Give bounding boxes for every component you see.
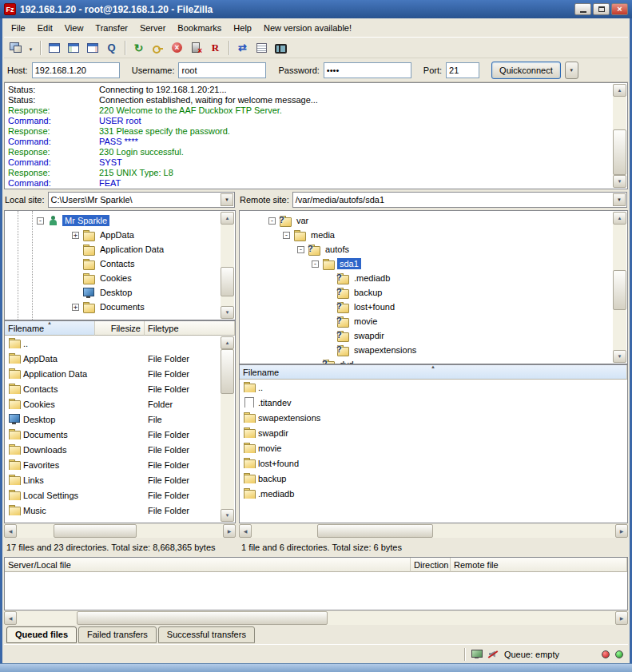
- tree-item-application-data[interactable]: Application Data: [5, 242, 235, 256]
- scroll-thumb[interactable]: [317, 524, 434, 538]
- monitor-icon[interactable]: [471, 650, 483, 658]
- scroll-left-button[interactable]: [4, 524, 17, 538]
- tree-item-movie[interactable]: movie: [240, 314, 627, 328]
- expand-icon[interactable]: [72, 232, 79, 239]
- file-row[interactable]: ..: [240, 380, 627, 395]
- cancel-button[interactable]: [168, 39, 186, 57]
- scroll-right-button[interactable]: [615, 524, 628, 538]
- message-log[interactable]: Status:Connecting to 192.168.1.20:21... …: [4, 82, 628, 189]
- scroll-down-button[interactable]: [221, 509, 234, 522]
- menu-bookmarks[interactable]: Bookmarks: [172, 20, 227, 36]
- log-scrollbar[interactable]: [613, 84, 626, 188]
- scroll-thumb[interactable]: [77, 611, 328, 625]
- tree-item-mr-sparkle[interactable]: Mr Sparkle: [5, 213, 235, 228]
- tab-queued-files[interactable]: Queued files: [6, 626, 77, 643]
- remote-file-list[interactable]: .. .titandev swapextensions swapdir movi…: [239, 380, 628, 523]
- synchronized-browsing-button[interactable]: [233, 39, 252, 57]
- find-button[interactable]: [272, 39, 290, 57]
- scroll-right-button[interactable]: [615, 611, 628, 625]
- menu-edit[interactable]: Edit: [32, 20, 58, 36]
- queue-list[interactable]: [4, 572, 628, 610]
- file-row[interactable]: ..: [5, 336, 235, 351]
- quickconnect-dropdown-button[interactable]: [565, 62, 578, 79]
- port-input[interactable]: [446, 62, 479, 78]
- tree-item-swapdir[interactable]: swapdir: [240, 328, 627, 343]
- tree-item-media[interactable]: media: [240, 228, 627, 242]
- file-row[interactable]: DownloadsFile Folder: [5, 442, 235, 457]
- scroll-up-button[interactable]: [613, 84, 626, 97]
- file-row[interactable]: DesktopFile: [5, 412, 235, 427]
- username-input[interactable]: [178, 62, 266, 78]
- file-row[interactable]: .titandev: [240, 395, 627, 410]
- file-row[interactable]: DocumentsFile Folder: [5, 427, 235, 442]
- local-file-list[interactable]: .. AppDataFile Folder Application DataFi…: [4, 336, 236, 523]
- file-row[interactable]: backup: [240, 471, 627, 486]
- file-row[interactable]: .mediadb: [240, 486, 627, 501]
- menu-view[interactable]: View: [59, 20, 89, 36]
- column-header-filename[interactable]: Filename: [5, 321, 95, 336]
- remote-site-combo[interactable]: /var/media/autofs/sda1: [292, 192, 627, 208]
- tree-item-var[interactable]: var: [240, 213, 627, 228]
- local-directory-tree[interactable]: Mr Sparkle AppData Application Data: [4, 210, 236, 320]
- column-header-filetype[interactable]: Filetype: [145, 321, 235, 336]
- site-manager-dropdown-button[interactable]: [26, 39, 36, 57]
- scroll-thumb[interactable]: [613, 129, 626, 175]
- remote-tree-scrollbar[interactable]: [613, 212, 626, 363]
- toggle-remote-tree-button[interactable]: [83, 39, 101, 57]
- tree-item-swapextensions[interactable]: swapextensions: [240, 343, 627, 357]
- scroll-thumb[interactable]: [221, 267, 234, 296]
- file-row[interactable]: Local SettingsFile Folder: [5, 487, 235, 503]
- file-row[interactable]: MusicFile Folder: [5, 503, 235, 518]
- menu-new-version[interactable]: New version available!: [258, 20, 357, 36]
- scroll-down-button[interactable]: [613, 350, 626, 363]
- scroll-left-button[interactable]: [239, 524, 252, 538]
- file-row[interactable]: AppDataFile Folder: [5, 351, 235, 366]
- tree-item-documents[interactable]: Documents: [5, 300, 235, 314]
- refresh-button[interactable]: [129, 39, 148, 57]
- local-tree-scrollbar[interactable]: [221, 212, 234, 319]
- file-row[interactable]: lost+found: [240, 455, 627, 471]
- scroll-track[interactable]: [17, 611, 615, 625]
- file-row[interactable]: CookiesFolder: [5, 396, 235, 412]
- menu-file[interactable]: File: [6, 20, 31, 36]
- tree-item-lost-found[interactable]: lost+found: [240, 300, 627, 314]
- tree-item-dvd[interactable]: dvd: [240, 357, 627, 364]
- toggle-message-log-button[interactable]: [45, 39, 63, 57]
- collapse-icon[interactable]: [312, 260, 319, 268]
- muted-speaker-icon[interactable]: [488, 650, 499, 659]
- tab-failed-transfers[interactable]: Failed transfers: [78, 626, 157, 643]
- toggle-local-tree-button[interactable]: [64, 39, 82, 57]
- scroll-track[interactable]: [221, 349, 234, 509]
- scroll-right-button[interactable]: [223, 524, 236, 538]
- collapse-icon[interactable]: [268, 217, 276, 225]
- remote-directory-tree[interactable]: var media autofs sda: [239, 210, 628, 364]
- local-site-combo[interactable]: C:\Users\Mr Sparkle\: [48, 192, 235, 208]
- tree-item-desktop[interactable]: Desktop: [5, 285, 235, 300]
- scroll-down-button[interactable]: [613, 175, 626, 188]
- file-row[interactable]: LinksFile Folder: [5, 472, 235, 487]
- close-button[interactable]: [611, 3, 628, 15]
- file-row[interactable]: swapextensions: [240, 410, 627, 425]
- file-row[interactable]: movie: [240, 440, 627, 455]
- tab-successful-transfers[interactable]: Successful transfers: [158, 626, 255, 643]
- column-header-remote-file[interactable]: Remote file: [451, 558, 627, 572]
- password-input[interactable]: [324, 62, 411, 78]
- process-queue-button[interactable]: [149, 39, 167, 57]
- file-row[interactable]: ContactsFile Folder: [5, 381, 235, 396]
- scroll-track[interactable]: [221, 225, 234, 306]
- collapse-icon[interactable]: [283, 232, 290, 239]
- scroll-up-button[interactable]: [613, 212, 626, 225]
- menu-server[interactable]: Server: [134, 20, 171, 36]
- site-manager-button[interactable]: [6, 39, 25, 57]
- disconnect-button[interactable]: [187, 39, 205, 57]
- scroll-thumb[interactable]: [221, 349, 234, 394]
- collapse-icon[interactable]: [297, 246, 304, 253]
- reconnect-button[interactable]: [206, 39, 225, 57]
- tree-item-cookies[interactable]: Cookies: [5, 271, 235, 285]
- toggle-queue-button[interactable]: [102, 39, 121, 57]
- tree-item-appdata[interactable]: AppData: [5, 228, 235, 242]
- quickconnect-button[interactable]: Quickconnect: [491, 62, 561, 79]
- tree-item-mediadb[interactable]: .mediadb: [240, 271, 627, 285]
- expand-icon[interactable]: [72, 304, 79, 311]
- tree-item-autofs[interactable]: autofs: [240, 242, 627, 256]
